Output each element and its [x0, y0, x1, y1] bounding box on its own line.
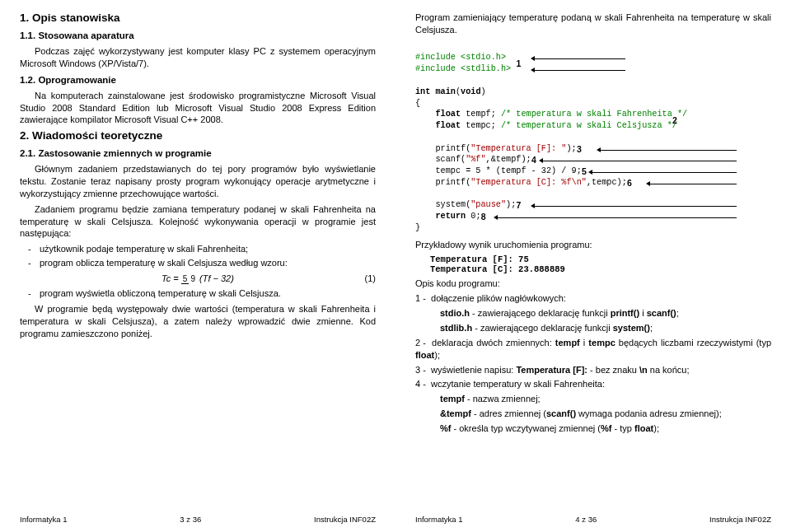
- heading-1-1: 1.1. Stosowana aparatura: [20, 30, 376, 40]
- page-right: Program zamieniający temperaturę podaną …: [396, 0, 791, 532]
- para-1-2: Na komputerach zainstalowane jest środow…: [20, 90, 376, 127]
- annot-7: 7: [517, 199, 522, 211]
- code-l8: scanf("%f",&tempf); 4: [415, 155, 536, 164]
- equation-1: Tc = 59 (Tf − 32) (1): [20, 273, 376, 283]
- code-l12: return 0; 8: [415, 212, 486, 221]
- code-l11: system("pause"); 7: [415, 200, 521, 209]
- footer-right-c: 4 z 36: [575, 515, 597, 524]
- sample-heading: Przykładowy wynik uruchomienia programu:: [415, 239, 771, 251]
- fraction-icon: 59: [181, 275, 197, 283]
- steps-list-2: program wyświetla obliczoną temperaturę …: [20, 287, 376, 300]
- explain-1b: stdlib.h - zawierającego deklarację funk…: [440, 322, 771, 334]
- annot-4: 4: [531, 154, 536, 166]
- explain-1: 1 - dołączenie plików nagłówkowych:: [415, 292, 771, 305]
- heading-2: 2. Wiadomości teoretyczne: [20, 129, 376, 142]
- page-left-content: 1. Opis stanowiska 1.1. Stosowana aparat…: [20, 8, 376, 511]
- annot-5: 5: [582, 166, 587, 177]
- annot-6: 6: [627, 177, 632, 189]
- page-right-content: Program zamieniający temperaturę podaną …: [415, 8, 771, 511]
- code-l6: float tempc; /* temperatura w skali Cels…: [415, 121, 677, 130]
- sample-output: Temperatura [F]: 75 Temperatura [C]: 23.…: [430, 254, 771, 274]
- code-l2: #include <stdlib.h>: [415, 64, 511, 73]
- annot-8: 8: [481, 211, 486, 222]
- code-l9: tempc = 5 * (tempf - 32) / 9; 5: [415, 166, 587, 175]
- step-3: program wyświetla obliczoną temperaturę …: [31, 287, 376, 300]
- explain-1a: stdio.h - zawierającego deklarację funkc…: [440, 307, 771, 320]
- footer-left-l: Informatyka 1: [20, 515, 68, 524]
- steps-list: użytkownik podaje temperaturę w skali Fa…: [20, 243, 376, 269]
- code-l1: #include <stdio.h>: [415, 53, 506, 62]
- code-listing: #include <stdio.h> #include <stdlib.h> 1…: [415, 41, 771, 234]
- code-caption: Program zamieniający temperaturę podaną …: [415, 12, 771, 36]
- annot-2: 2: [672, 114, 677, 126]
- footer-left: Informatyka 1 3 z 36 Instrukcja INF02Z: [20, 511, 376, 524]
- explain-4b: &tempf - adres zmiennej (scanf() wymaga …: [440, 408, 771, 420]
- eq-lhs: Tc =: [161, 273, 181, 283]
- explain-4a: tempf - nazwa zmiennej;: [440, 393, 771, 405]
- step-2: program oblicza temperaturę w skali Cels…: [31, 257, 376, 269]
- code-l5: float tempf; /* temperatura w skali Fahr…: [415, 110, 687, 119]
- para-2-1c: W programie będą występowały dwie wartoś…: [20, 303, 376, 340]
- footer-left-c: 3 z 36: [180, 515, 201, 524]
- explain-3: 3 - wyświetlenie napisu: Temperatura [F]…: [415, 364, 771, 376]
- footer-right-r: Instrukcja INF02Z: [709, 515, 771, 524]
- eq-number: (1): [365, 273, 376, 283]
- step-1: użytkownik podaje temperaturę w skali Fa…: [31, 243, 376, 255]
- heading-1: 1. Opis stanowiska: [20, 12, 376, 24]
- para-1-1: Podczas zajęć wykorzystywany jest komput…: [20, 45, 376, 70]
- code-l3: int main(void): [415, 87, 486, 96]
- footer-right: Informatyka 1 4 z 36 Instrukcja INF02Z: [415, 511, 771, 524]
- heading-2-1: 2.1. Zastosowanie zmiennych w programie: [20, 148, 376, 158]
- code-l10: printf("Temperatura [C]: %f\n",tempc); 6: [415, 178, 632, 187]
- page-left: 1. Opis stanowiska 1.1. Stosowana aparat…: [0, 0, 396, 532]
- footer-left-r: Instrukcja INF02Z: [314, 515, 376, 524]
- para-2-1b: Zadaniem programu będzie zamiana tempera…: [20, 203, 376, 240]
- annot-3: 3: [577, 143, 582, 155]
- para-2-1a: Głównym zadaniem przedstawianych do tej …: [20, 163, 376, 200]
- code-l7: printf("Temperatura [F]: "); 3: [415, 144, 582, 153]
- code-l4: {: [415, 99, 420, 108]
- code-l13: }: [415, 223, 420, 232]
- heading-1-2: 1.2. Oprogramowanie: [20, 75, 376, 85]
- explain-4: 4 - wczytanie temperatury w skali Fahren…: [415, 378, 771, 390]
- eq-rhs: (Tf − 32): [199, 273, 234, 283]
- explain-2: 2 - deklaracja dwóch zmiennych: tempf i …: [415, 337, 771, 362]
- explain-4c: %f - określa typ wczytywanej zmiennej (%…: [440, 422, 771, 435]
- annot-1: 1: [517, 58, 522, 69]
- explain-heading: Opis kodu programu:: [415, 278, 771, 290]
- footer-right-l: Informatyka 1: [415, 515, 463, 524]
